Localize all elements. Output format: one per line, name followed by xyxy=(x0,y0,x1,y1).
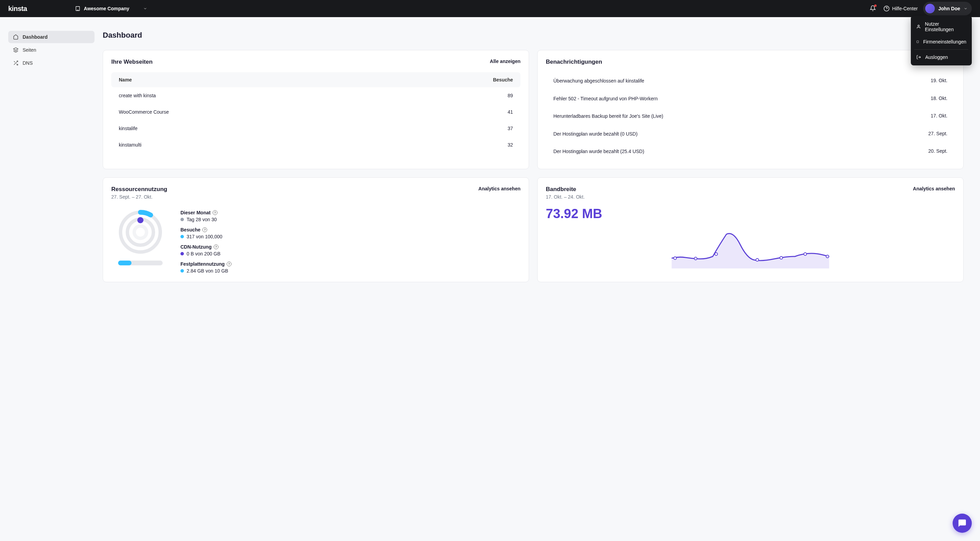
site-name: create with kinsta xyxy=(119,93,156,98)
donut-chart xyxy=(118,210,163,255)
notification-text: Der Hostingplan wurde bezahlt (25.4 USD) xyxy=(554,148,920,155)
table-row[interactable]: WooCommerce Course 41 xyxy=(111,104,520,120)
dropdown-logout[interactable]: Ausloggen xyxy=(911,51,972,63)
metric-value: Tag 28 von 30 xyxy=(187,217,217,222)
svg-point-22 xyxy=(715,253,718,255)
layout: Dashboard Seiten DNS Dashboard Ihre Webs… xyxy=(0,17,980,296)
metric-value: 2.84 GB von 10 GB xyxy=(187,268,228,274)
dot-icon xyxy=(180,269,184,272)
notification-row[interactable]: Herunterladbares Backup bereit für Joe's… xyxy=(546,108,955,125)
date-range: 27. Sept. – 27. Okt. xyxy=(111,194,167,200)
dropdown-label: Firmeneinstellungen xyxy=(923,39,966,45)
dropdown-label: Nutzer Einstellungen xyxy=(925,21,966,32)
user-menu-button[interactable]: John Doe xyxy=(923,2,972,15)
user-icon xyxy=(916,24,921,29)
building-icon xyxy=(75,6,81,11)
col-name: Name xyxy=(119,77,132,83)
main-content: Dashboard Ihre Webseiten Alle anzeigen N… xyxy=(103,17,980,296)
info-icon[interactable]: ? xyxy=(213,210,218,215)
notification-row[interactable]: Fehler 502 - Timeout aufgrund von PHP-Wo… xyxy=(546,90,955,108)
notification-date: 19. Okt. xyxy=(931,78,947,83)
user-dropdown: Nutzer Einstellungen Firmeneinstellungen… xyxy=(911,16,972,65)
sidebar: Dashboard Seiten DNS xyxy=(0,17,103,296)
site-name: kinstamulti xyxy=(119,142,142,148)
resources-card: Ressourcennutzung 27. Sept. – 27. Okt. A… xyxy=(103,177,529,282)
table-row[interactable]: create with kinsta 89 xyxy=(111,88,520,104)
nav-dns[interactable]: DNS xyxy=(8,57,94,69)
metric-visits: Besuche? 317 von 100,000 xyxy=(180,227,520,239)
header-left: kinsta Awesome Company xyxy=(8,5,147,13)
table-row[interactable]: kinstalife 37 xyxy=(111,120,520,137)
site-name: kinstalife xyxy=(119,126,137,131)
card-title: Ressourcennutzung xyxy=(111,186,167,193)
site-visits: 41 xyxy=(508,109,513,115)
site-visits: 37 xyxy=(508,126,513,131)
dropdown-user-settings[interactable]: Nutzer Einstellungen xyxy=(911,18,972,36)
card-header: Ihre Webseiten Alle anzeigen xyxy=(111,59,520,65)
view-all-link[interactable]: Alle anzeigen xyxy=(490,59,520,64)
metric-label: CDN-Nutzung xyxy=(180,244,212,250)
svg-point-23 xyxy=(756,259,759,261)
metric-value: 317 von 100,000 xyxy=(187,234,222,239)
logo[interactable]: kinsta xyxy=(8,5,27,13)
table-row[interactable]: kinstamulti 32 xyxy=(111,137,520,153)
metric-month: Dieser Monat? Tag 28 von 30 xyxy=(180,210,520,222)
info-icon[interactable]: ? xyxy=(227,262,231,266)
notification-text: Fehler 502 - Timeout aufgrund von PHP-Wo… xyxy=(554,95,923,102)
card-header: Bandbreite 17. Okt. – 24. Okt. Analytics… xyxy=(546,186,955,200)
info-icon[interactable]: ? xyxy=(202,228,207,232)
col-visits: Besuche xyxy=(493,77,513,83)
svg-line-15 xyxy=(14,61,15,62)
notification-row[interactable]: Überwachung abgeschlossen auf kinstalife… xyxy=(546,72,955,90)
dropdown-company-settings[interactable]: Firmeneinstellungen xyxy=(911,36,972,48)
home-icon xyxy=(13,34,19,40)
cards-grid: Ihre Webseiten Alle anzeigen Name Besuch… xyxy=(103,50,964,282)
bandwidth-card: Bandbreite 17. Okt. – 24. Okt. Analytics… xyxy=(537,177,964,282)
help-center-label: Hilfe-Center xyxy=(892,6,918,11)
nav-sites[interactable]: Seiten xyxy=(8,44,94,56)
notification-row[interactable]: Der Hostingplan wurde bezahlt (0 USD) 27… xyxy=(546,125,955,143)
nav-dashboard[interactable]: Dashboard xyxy=(8,31,94,43)
donut-svg xyxy=(118,210,163,255)
svg-point-20 xyxy=(674,257,677,259)
help-icon xyxy=(883,5,889,12)
metric-label: Dieser Monat xyxy=(180,210,211,215)
nav-label: Dashboard xyxy=(22,34,48,40)
help-center-button[interactable]: Hilfe-Center xyxy=(883,5,918,12)
svg-point-9 xyxy=(918,25,919,26)
building-icon xyxy=(916,40,919,44)
metrics: Dieser Monat? Tag 28 von 30 Besuche? 317… xyxy=(180,210,520,274)
nav-label: Seiten xyxy=(22,47,36,53)
svg-point-18 xyxy=(137,217,143,223)
svg-point-21 xyxy=(694,257,697,260)
svg-point-24 xyxy=(780,256,783,259)
bandwidth-value: 73.92 MB xyxy=(546,207,955,221)
resource-body: Dieser Monat? Tag 28 von 30 Besuche? 317… xyxy=(111,207,520,274)
donut-wrap xyxy=(111,210,170,266)
dot-icon xyxy=(180,218,184,221)
card-header: Ressourcennutzung 27. Sept. – 27. Okt. A… xyxy=(111,186,520,200)
metric-disk: Festplattennutzung? 2.84 GB von 10 GB xyxy=(180,261,520,274)
progress-bar xyxy=(118,261,163,266)
header-right: Hilfe-Center John Doe xyxy=(868,2,972,15)
user-name: John Doe xyxy=(938,6,960,11)
page-title: Dashboard xyxy=(103,31,964,40)
dns-icon xyxy=(13,60,19,66)
card-header: Benachrichtigungen Alle anzeigen xyxy=(546,59,955,65)
svg-marker-12 xyxy=(13,48,18,50)
chevron-down-icon xyxy=(964,6,968,11)
analytics-link[interactable]: Analytics ansehen xyxy=(478,186,520,191)
svg-rect-10 xyxy=(916,41,918,43)
info-icon[interactable]: ? xyxy=(214,245,218,249)
progress-fill xyxy=(118,261,132,266)
metric-label: Festplattennutzung xyxy=(180,261,224,267)
notifications-button[interactable] xyxy=(868,3,878,14)
logout-icon xyxy=(916,55,921,60)
analytics-link[interactable]: Analytics ansehen xyxy=(913,186,955,191)
site-visits: 32 xyxy=(508,142,513,148)
metric-cdn: CDN-Nutzung? 0 B von 200 GB xyxy=(180,244,520,256)
notification-date: 17. Okt. xyxy=(931,113,947,118)
svg-point-25 xyxy=(804,253,807,255)
notification-row[interactable]: Der Hostingplan wurde bezahlt (25.4 USD)… xyxy=(546,143,955,161)
company-selector[interactable]: Awesome Company xyxy=(75,6,147,11)
